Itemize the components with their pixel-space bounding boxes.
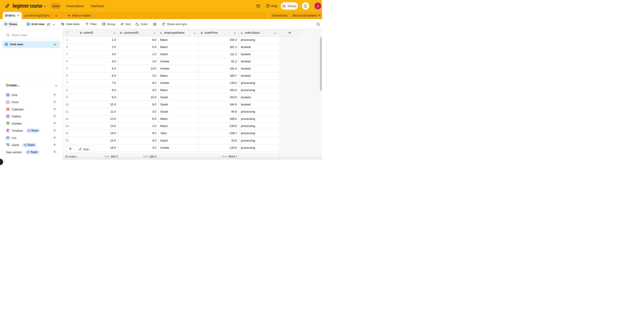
- svg-text:31: 31: [7, 109, 9, 110]
